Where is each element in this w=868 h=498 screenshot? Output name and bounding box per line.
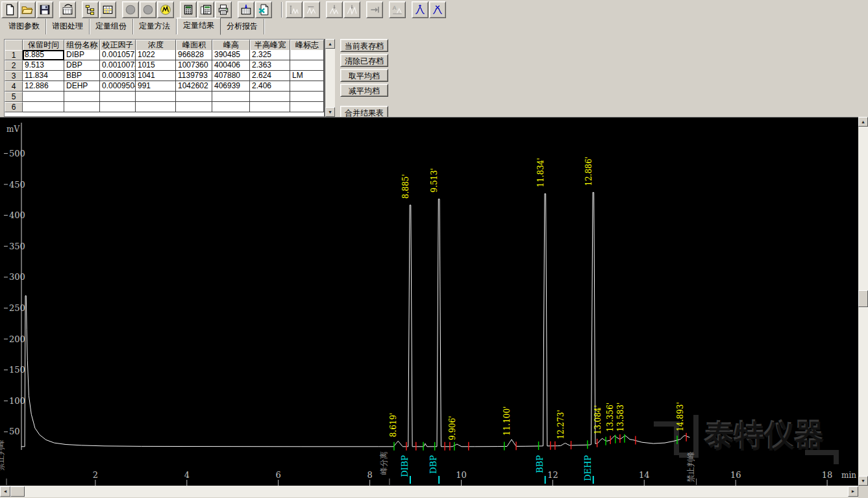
table-cell[interactable]: [212, 92, 250, 102]
table-cell[interactable]: 390485: [212, 50, 250, 60]
table-cell[interactable]: [290, 92, 324, 102]
table-cell[interactable]: [176, 92, 212, 102]
row-number-3[interactable]: 3: [5, 71, 23, 81]
table-cell[interactable]: BBP: [64, 71, 100, 81]
printer-button[interactable]: [215, 1, 232, 18]
table-cell[interactable]: 2.363: [250, 60, 290, 71]
table-cell[interactable]: 0.00100734: [100, 60, 136, 71]
table-cell[interactable]: [290, 102, 324, 112]
table-cell[interactable]: 1022: [136, 50, 176, 60]
manual-group-button[interactable]: [429, 1, 446, 18]
tab-2[interactable]: 谱图处理: [46, 19, 90, 34]
peak-label-button[interactable]: A: [389, 1, 406, 18]
row-number-2[interactable]: 2: [5, 60, 23, 71]
plot-scroll-right-button[interactable]: ►: [848, 486, 858, 497]
table-scroll-track[interactable]: [325, 49, 335, 107]
plot-hscroll-thumb[interactable]: [10, 486, 25, 497]
grid-table-button[interactable]: [99, 1, 116, 18]
new-file-button[interactable]: [1, 1, 18, 18]
tree-view-button[interactable]: [82, 1, 99, 18]
table-cell[interactable]: 2.406: [250, 81, 290, 92]
table-cell[interactable]: [290, 81, 324, 92]
table-cell[interactable]: 406939: [212, 81, 250, 92]
move-right-button[interactable]: [366, 1, 383, 18]
table-cell[interactable]: DBP: [64, 60, 100, 71]
table-cell[interactable]: DIBP: [64, 50, 100, 60]
row-number-5[interactable]: 5: [5, 92, 23, 102]
table-cell[interactable]: 0.00095049: [100, 81, 136, 92]
report-table-button[interactable]: [59, 1, 76, 18]
stop-button[interactable]: [140, 1, 156, 18]
plot-horizontal-scrollbar[interactable]: ◄ ►: [0, 486, 858, 497]
plot-vscroll-track[interactable]: [858, 307, 868, 476]
table-cell[interactable]: 9.513: [23, 60, 64, 71]
plot-scroll-left-button[interactable]: ◄: [0, 486, 10, 497]
table-import-button[interactable]: [238, 1, 254, 18]
table-cell[interactable]: 2.325: [250, 50, 290, 60]
tab-3[interactable]: 定量组份: [90, 19, 133, 34]
table-cell[interactable]: 1139793: [176, 71, 212, 81]
row-number-6[interactable]: 6: [5, 102, 23, 112]
table-cell[interactable]: [176, 102, 212, 112]
row-number-1[interactable]: 1: [5, 50, 23, 60]
page-clear-button[interactable]: [255, 1, 272, 18]
peak-baseline-button[interactable]: [303, 1, 320, 18]
tab-4[interactable]: 定量方法: [133, 19, 177, 34]
table-cell[interactable]: 0.00091338: [100, 71, 136, 81]
save-button[interactable]: [36, 1, 53, 18]
plot-hscroll-track[interactable]: [25, 486, 848, 497]
table-cell[interactable]: [290, 60, 324, 71]
tab-6[interactable]: 分析报告: [221, 19, 264, 34]
table-cell[interactable]: 966828: [176, 50, 212, 60]
peak-trim-button[interactable]: [286, 1, 303, 18]
table-cell[interactable]: [23, 102, 64, 112]
table-cell[interactable]: 12.886: [23, 81, 64, 92]
table-cell[interactable]: 0.00105715: [100, 50, 136, 60]
table-scrollbar[interactable]: ▲ ▼: [325, 39, 335, 117]
table-cell[interactable]: [100, 92, 136, 102]
table-cell[interactable]: [212, 102, 250, 112]
action-button-3[interactable]: 取平均档: [340, 69, 388, 82]
table-cell[interactable]: [100, 102, 136, 112]
table-cell[interactable]: [136, 102, 176, 112]
table-cell[interactable]: [23, 92, 64, 102]
table-cell[interactable]: [64, 92, 100, 102]
row-number-4[interactable]: 4: [5, 81, 23, 92]
table-cell[interactable]: [250, 92, 290, 102]
table-scroll-up-button[interactable]: ▲: [325, 39, 335, 49]
action-button-1[interactable]: 当前表存档: [340, 39, 388, 52]
table-cell[interactable]: 8.885: [23, 50, 64, 60]
action-button-2[interactable]: 清除已存档: [340, 54, 388, 67]
table-cell[interactable]: 1007360: [176, 60, 212, 71]
table-cell[interactable]: 1042602: [176, 81, 212, 92]
table-cell[interactable]: 2.624: [250, 71, 290, 81]
peak-split-button[interactable]: [343, 1, 360, 18]
tab-5[interactable]: 定量结果: [177, 18, 221, 35]
table-cell[interactable]: 991: [136, 81, 176, 92]
table-cell[interactable]: 1041: [136, 71, 176, 81]
open-folder-button[interactable]: [19, 1, 36, 18]
record-button[interactable]: [122, 1, 139, 18]
plot-vertical-scrollbar[interactable]: ▲ ▼: [858, 117, 868, 486]
plot-scroll-up-button[interactable]: ▲: [858, 117, 868, 127]
tab-1[interactable]: 谱图参数: [3, 19, 46, 34]
table-cell[interactable]: 407880: [212, 71, 250, 81]
signal-view-button[interactable]: [157, 1, 174, 18]
table-cell[interactable]: 1015: [136, 60, 176, 71]
table-cell[interactable]: LM: [290, 71, 324, 81]
peak-merge-button[interactable]: [326, 1, 343, 18]
table-cell[interactable]: DEHP: [64, 81, 100, 92]
chromatogram-plot[interactable]: 泰特仪器泰特仪器mV501001502002503003504004505002…: [0, 117, 858, 486]
table-cell[interactable]: 400406: [212, 60, 250, 71]
manual-peak-button[interactable]: [412, 1, 428, 18]
table-scroll-down-button[interactable]: ▼: [325, 107, 335, 117]
table-cell[interactable]: [136, 92, 176, 102]
plot-vscroll-thumb[interactable]: [858, 290, 868, 307]
plot-scroll-down-button[interactable]: ▼: [858, 476, 868, 486]
table-cell[interactable]: [290, 50, 324, 60]
action-button-4[interactable]: 减平均档: [340, 84, 388, 97]
table-cell[interactable]: [64, 102, 100, 112]
calculator-report-button[interactable]: [197, 1, 214, 18]
table-cell[interactable]: [250, 102, 290, 112]
calculator-button[interactable]: [180, 1, 197, 18]
